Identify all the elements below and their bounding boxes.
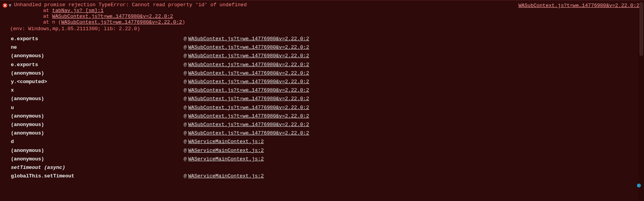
trace-function: e.exports (0, 35, 184, 43)
trace-function: (anonymous) (0, 52, 184, 60)
trace-function: u (0, 104, 184, 112)
stack-prefix: at (31, 8, 52, 14)
at-symbol: @ (184, 105, 187, 111)
trace-function: ne (0, 43, 184, 52)
trace-row: y.<computed>@WASubContext.js?t=we…147769… (0, 78, 644, 86)
trace-row: globalThis.setTimeout@WAServiceMainConte… (0, 172, 644, 181)
trace-row: ne@WASubContext.js?t=we…14776980&v=2.22.… (0, 43, 644, 52)
trace-location-link[interactable]: WASubContext.js?t=we…14776980&v=2.22.0:2 (188, 79, 309, 85)
trace-location-link[interactable]: WAServiceMainContext.js:2 (188, 148, 264, 153)
trace-row: (anonymous)@WASubContext.js?t=we…1477698… (0, 129, 644, 138)
stack-link[interactable]: WASubContext.js?t=we…14776980&v=2.22.0:2 (52, 14, 173, 19)
stack-prefix: at n ( (31, 19, 61, 25)
stack-link[interactable]: WASubContext.js?t=we…14776980&v=2.22.0:2 (61, 19, 182, 25)
trace-location-link[interactable]: WASubContext.js?t=we…14776980&v=2.22.0:2 (188, 53, 309, 59)
trace-row: (anonymous)@WASubContext.js?t=we…1477698… (0, 52, 644, 60)
trace-function: globalThis.setTimeout (0, 172, 184, 181)
trace-location-cell: @WASubContext.js?t=we…14776980&v=2.22.0:… (184, 121, 309, 129)
trace-function: x (0, 86, 184, 95)
trace-location-link[interactable]: WASubContext.js?t=we…14776980&v=2.22.0:2 (188, 113, 309, 119)
trace-location-cell: @WASubContext.js?t=we…14776980&v=2.22.0:… (184, 52, 309, 60)
trace-row: d@WAServiceMainContext.js:2 (0, 138, 644, 146)
at-symbol: @ (184, 96, 187, 102)
async-separator: setTimeout (async) (0, 164, 184, 172)
trace-location-cell: @WASubContext.js?t=we…14776980&v=2.22.0:… (184, 95, 309, 103)
trace-location-cell: @WASubContext.js?t=we…14776980&v=2.22.0:… (184, 61, 309, 69)
trace-row: e.exports@WASubContext.js?t=we…14776980&… (0, 61, 644, 69)
at-symbol: @ (184, 53, 187, 59)
trace-location-link[interactable]: WASubContext.js?t=we…14776980&v=2.22.0:2 (188, 122, 309, 128)
error-icon (2, 3, 8, 8)
trace-function: (anonymous) (0, 155, 184, 164)
at-symbol: @ (184, 87, 187, 93)
at-symbol: @ (184, 148, 187, 153)
at-symbol: @ (184, 62, 187, 68)
trace-row: u@WASubContext.js?t=we…14776980&v=2.22.0… (0, 104, 644, 112)
trace-location-cell: @WASubContext.js?t=we…14776980&v=2.22.0:… (184, 69, 309, 78)
trace-function: e.exports (0, 61, 184, 69)
trace-location-cell: @WASubContext.js?t=we…14776980&v=2.22.0:… (184, 43, 309, 52)
trace-location-cell: @WASubContext.js?t=we…14776980&v=2.22.0:… (184, 86, 309, 95)
trace-location-cell: @WAServiceMainContext.js:2 (184, 172, 264, 181)
trace-location-cell: @WAServiceMainContext.js:2 (184, 146, 264, 155)
trace-location-cell: @WASubContext.js?t=we…14776980&v=2.22.0:… (184, 129, 309, 138)
stack-trace-table: e.exports@WASubContext.js?t=we…14776980&… (0, 35, 644, 181)
trace-function: y.<computed> (0, 78, 184, 86)
trace-location-link[interactable]: WAServiceMainContext.js:2 (188, 156, 264, 162)
trace-row: e.exports@WASubContext.js?t=we…14776980&… (0, 35, 644, 43)
trace-location-cell: @WASubContext.js?t=we…14776980&v=2.22.0:… (184, 112, 309, 121)
trace-location-link[interactable]: WAServiceMainContext.js:2 (188, 139, 264, 145)
stack-link[interactable]: tabNav.js? [sm]:1 (52, 8, 104, 14)
trace-location-link[interactable]: WASubContext.js?t=we…14776980&v=2.22.0:2 (188, 44, 309, 50)
vertical-scrollbar[interactable] (639, 0, 644, 201)
trace-location-link[interactable]: WASubContext.js?t=we…14776980&v=2.22.0:2 (188, 96, 309, 102)
trace-function: (anonymous) (0, 129, 184, 138)
trace-location-link[interactable]: WASubContext.js?t=we…14776980&v=2.22.0:2 (188, 70, 309, 76)
trace-function: (anonymous) (0, 95, 184, 103)
error-source-link[interactable]: WASubContext.js?t=we…14776980&v=2.22.0:2 (518, 3, 639, 9)
trace-row: (anonymous)@WAServiceMainContext.js:2 (0, 146, 644, 155)
trace-row: (anonymous)@WASubContext.js?t=we…1477698… (0, 112, 644, 121)
trace-location-link[interactable]: WASubContext.js?t=we…14776980&v=2.22.0:2 (188, 105, 309, 111)
trace-location-link[interactable]: WASubContext.js?t=we…14776980&v=2.22.0:2 (188, 62, 309, 68)
trace-row: (anonymous)@WASubContext.js?t=we…1477698… (0, 95, 644, 103)
stack-line: at WASubContext.js?t=we…14776980&v=2.22.… (14, 14, 642, 19)
at-symbol: @ (184, 122, 187, 128)
stack-line: at n (WASubContext.js?t=we…14776980&v=2.… (14, 19, 642, 25)
at-symbol: @ (184, 130, 187, 136)
trace-function: (anonymous) (0, 121, 184, 129)
trace-function: d (0, 138, 184, 146)
at-symbol: @ (184, 36, 187, 42)
disclosure-triangle-icon[interactable]: ▼ (9, 3, 12, 9)
env-line: (env: Windows,mp,1.05.2111300; lib: 2.22… (0, 25, 644, 32)
trace-location-cell: @WASubContext.js?t=we…14776980&v=2.22.0:… (184, 104, 309, 112)
trace-function: (anonymous) (0, 112, 184, 121)
at-symbol: @ (184, 139, 187, 145)
trace-row: (anonymous)@WAServiceMainContext.js:2 (0, 155, 644, 164)
trace-location-cell: @WAServiceMainContext.js:2 (184, 155, 264, 164)
trace-location-link[interactable]: WAServiceMainContext.js:2 (188, 173, 264, 179)
at-symbol: @ (184, 44, 187, 50)
at-symbol: @ (184, 113, 187, 119)
trace-function: (anonymous) (0, 69, 184, 78)
at-symbol: @ (184, 173, 187, 179)
at-symbol: @ (184, 156, 187, 162)
trace-location-link[interactable]: WASubContext.js?t=we…14776980&v=2.22.0:2 (188, 87, 309, 93)
stack-suffix: ) (182, 19, 185, 25)
stack-prefix: at (31, 14, 52, 19)
trace-row: (anonymous)@WASubContext.js?t=we…1477698… (0, 69, 644, 78)
scrollbar-thumb[interactable] (639, 2, 643, 56)
trace-function: (anonymous) (0, 146, 184, 155)
at-symbol: @ (184, 79, 187, 85)
trace-location-cell: @WASubContext.js?t=we…14776980&v=2.22.0:… (184, 35, 309, 43)
at-symbol: @ (184, 70, 187, 76)
trace-row: (anonymous)@WASubContext.js?t=we…1477698… (0, 121, 644, 129)
trace-row: setTimeout (async) (0, 164, 644, 172)
console-panel: ▼ Unhandled promise rejection TypeError:… (0, 0, 644, 201)
trace-row: x@WASubContext.js?t=we…14776980&v=2.22.0… (0, 86, 644, 95)
trace-location-link[interactable]: WASubContext.js?t=we…14776980&v=2.22.0:2 (188, 36, 309, 42)
trace-location-cell: @WAServiceMainContext.js:2 (184, 138, 264, 146)
trace-location-link[interactable]: WASubContext.js?t=we…14776980&v=2.22.0:2 (188, 130, 309, 136)
stack-line: at tabNav.js? [sm]:1 (14, 8, 642, 14)
trace-location-cell: @WASubContext.js?t=we…14776980&v=2.22.0:… (184, 78, 309, 86)
